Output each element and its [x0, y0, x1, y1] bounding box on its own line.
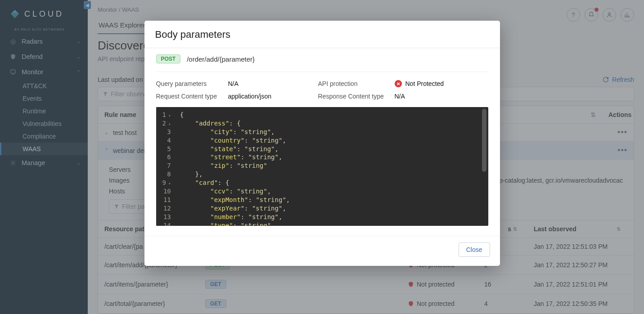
request-content-type-value: application/json [228, 93, 318, 100]
method-badge: POST [156, 54, 181, 63]
code-content[interactable]: { "address": { "city": "string", "countr… [176, 107, 480, 226]
api-protection-value: ✕ Not Protected [395, 80, 488, 87]
body-parameters-modal: Body parameters POST /order/add/{paramet… [144, 21, 500, 266]
api-protection-label: API protection [318, 80, 395, 87]
query-params-label: Query parameters [156, 80, 228, 87]
modal-title: Body parameters [144, 21, 500, 48]
query-params-value: N/A [228, 80, 318, 87]
close-button[interactable]: Close [459, 242, 490, 257]
modal-overlay[interactable]: Body parameters POST /order/add/{paramet… [0, 0, 644, 314]
endpoint-path: /order/add/{parameter} [187, 55, 255, 63]
request-content-type-label: Request Content type [156, 93, 228, 100]
response-content-type-label: Response Content type [318, 93, 395, 100]
response-content-type-value: N/A [395, 93, 488, 100]
code-gutter: 1234567891011121314 [156, 107, 176, 226]
not-protected-icon: ✕ [395, 80, 402, 87]
scrollbar[interactable] [482, 109, 486, 172]
code-viewer: 1234567891011121314 { "address": { "city… [156, 107, 488, 226]
